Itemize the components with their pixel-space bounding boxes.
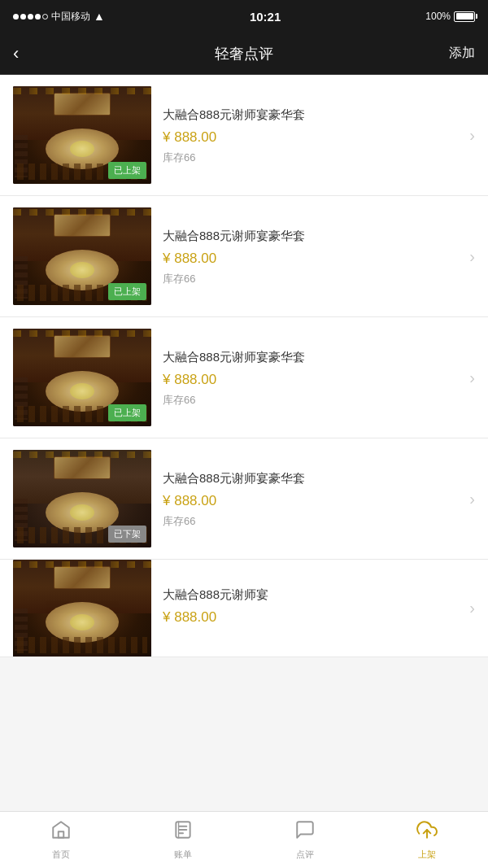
nav-item-bill[interactable]: 账单 (122, 813, 244, 867)
nav-item-shelf[interactable]: 上架 (366, 813, 488, 867)
battery-fill (456, 13, 473, 20)
list-item[interactable]: 大融合888元谢师宴 ¥ 888.00 › (0, 560, 488, 657)
list-item[interactable]: 已上架 大融合888元谢师宴豪华套 ¥ 888.00 库存66 › (0, 75, 488, 196)
page-title: 轻奢点评 (215, 44, 273, 63)
item-name-2: 大融合888元谢师宴豪华套 (163, 227, 461, 244)
item-list: 已上架 大融合888元谢师宴豪华套 ¥ 888.00 库存66 › 已上架 大融… (0, 75, 488, 657)
dot-1 (13, 14, 19, 20)
item-stock-4: 库存66 (163, 514, 461, 529)
bottom-nav: 首页 账单 点评 上架 (0, 811, 488, 868)
item-price-4: ¥ 888.00 (163, 493, 461, 509)
chevron-icon-2: › (469, 247, 475, 266)
item-price-3: ¥ 888.00 (163, 372, 461, 388)
battery-icon (454, 11, 475, 22)
dot-2 (20, 14, 26, 20)
time-display: 10:21 (250, 10, 281, 24)
home-icon (50, 819, 72, 845)
item-image-1: 已上架 (13, 86, 151, 184)
back-button[interactable]: ‹ (13, 40, 25, 68)
item-info-2: 大融合888元谢师宴豪华套 ¥ 888.00 库存66 (151, 227, 469, 286)
battery-area: 100% (425, 11, 475, 22)
bill-icon (172, 819, 194, 845)
item-price-2: ¥ 888.00 (163, 251, 461, 267)
status-badge-2: 已上架 (108, 283, 146, 300)
item-info-3: 大融合888元谢师宴豪华套 ¥ 888.00 库存66 (151, 348, 469, 408)
restaurant-img (13, 560, 151, 657)
nav-label-bill: 账单 (174, 848, 192, 861)
list-item[interactable]: 已上架 大融合888元谢师宴豪华套 ¥ 888.00 库存66 › (0, 196, 488, 317)
item-stock-2: 库存66 (163, 272, 461, 286)
list-item[interactable]: 已上架 大融合888元谢师宴豪华套 ¥ 888.00 库存66 › (0, 317, 488, 438)
battery-percent: 100% (425, 11, 451, 22)
status-badge-4: 已下架 (108, 526, 146, 543)
chevron-icon-3: › (469, 369, 475, 387)
svg-rect-0 (59, 831, 64, 838)
item-name-3: 大融合888元谢师宴豪华套 (163, 348, 461, 365)
chevron-icon-4: › (469, 490, 475, 508)
item-name-1: 大融合888元谢师宴豪华套 (163, 106, 461, 123)
item-price-5: ¥ 888.00 (163, 609, 461, 626)
nav-item-review[interactable]: 点评 (244, 813, 366, 867)
item-image-3: 已上架 (13, 329, 151, 426)
status-badge-3: 已上架 (108, 404, 146, 421)
item-name-4: 大融合888元谢师宴豪华套 (163, 469, 461, 486)
dot-3 (28, 14, 33, 20)
signal-area: 中国移动 ▲ (13, 10, 105, 24)
signal-dots (13, 14, 48, 20)
item-image-2: 已上架 (13, 207, 151, 305)
upload-icon (416, 819, 438, 845)
item-name-5: 大融合888元谢师宴 (163, 586, 461, 603)
comment-icon (294, 819, 316, 845)
nav-label-review: 点评 (296, 848, 314, 861)
chevron-icon-5: › (469, 599, 475, 617)
item-image-4: 已下架 (13, 450, 151, 547)
add-button[interactable]: 添加 (449, 45, 475, 62)
item-info-5: 大融合888元谢师宴 ¥ 888.00 (151, 586, 469, 630)
wifi-icon: ▲ (94, 10, 105, 23)
item-stock-3: 库存66 (163, 393, 461, 408)
item-info-1: 大融合888元谢师宴豪华套 ¥ 888.00 库存66 (151, 106, 469, 165)
status-badge-1: 已上架 (108, 162, 146, 179)
dot-4 (35, 14, 41, 20)
item-stock-1: 库存66 (163, 150, 461, 165)
carrier-label: 中国移动 (51, 10, 90, 24)
nav-item-home[interactable]: 首页 (0, 813, 122, 867)
item-info-4: 大融合888元谢师宴豪华套 ¥ 888.00 库存66 (151, 469, 469, 529)
nav-label-home: 首页 (52, 848, 70, 861)
item-image-5 (13, 560, 151, 657)
nav-label-shelf: 上架 (418, 848, 436, 861)
chevron-icon-1: › (469, 126, 475, 145)
status-bar: 中国移动 ▲ 10:21 100% (0, 0, 488, 33)
item-price-1: ¥ 888.00 (163, 129, 461, 146)
header: ‹ 轻奢点评 添加 (0, 33, 488, 75)
dot-5 (42, 14, 48, 20)
list-item[interactable]: 已下架 大融合888元谢师宴豪华套 ¥ 888.00 库存66 › (0, 438, 488, 560)
